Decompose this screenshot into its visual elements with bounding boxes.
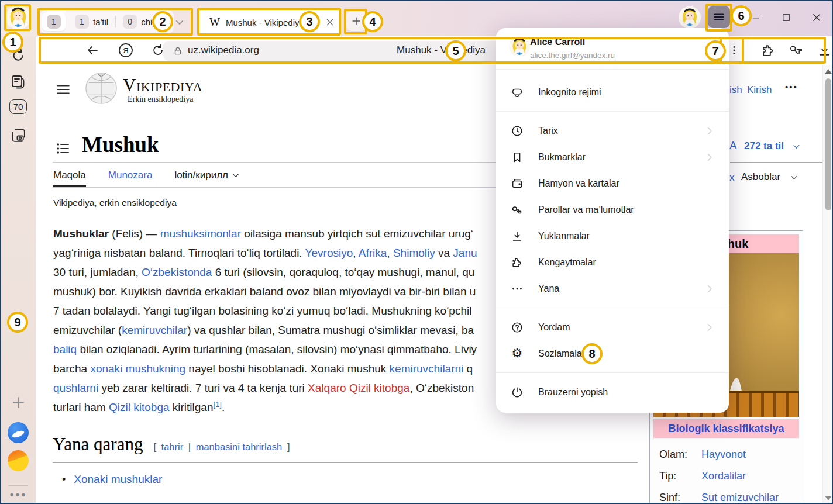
article-link[interactable]: Yevrosiyo xyxy=(305,247,353,259)
window-minimize-button[interactable] xyxy=(750,12,762,23)
menu-item-kengaytmalar[interactable]: Kengaytmalar xyxy=(496,249,729,275)
chevron-right-icon xyxy=(704,284,715,294)
clock-icon xyxy=(510,124,524,138)
section-edit-links: [ tahrir | manbasini tahrirlash ] xyxy=(153,441,290,453)
back-button[interactable] xyxy=(85,43,99,57)
classification-value-link[interactable]: Hayvonot xyxy=(701,448,746,461)
see-also-list: Xonaki mushuklar xyxy=(62,471,162,488)
article-text: . xyxy=(222,401,225,413)
menu-item-inkognito[interactable]: Inkognito rejimi xyxy=(496,79,729,105)
tools-dropdown[interactable]: Asboblar xyxy=(741,171,798,183)
article-text: (Felis) — xyxy=(109,227,160,240)
scroll-up-arrow-icon[interactable] xyxy=(825,69,832,74)
sidebar-divider xyxy=(8,485,28,486)
profile-avatar[interactable] xyxy=(6,5,30,30)
menu-item-hamyon[interactable]: Hamyon va kartalar xyxy=(496,170,729,196)
edit-link[interactable]: tahrir xyxy=(161,441,184,452)
scrollbar[interactable] xyxy=(822,65,833,504)
menu-item-tarix[interactable]: Tarix xyxy=(496,118,729,144)
article-link[interactable]: Xalqaro Qizil kitobga xyxy=(308,382,409,394)
passwords-icon[interactable] xyxy=(788,43,804,58)
site-menu-icon[interactable] xyxy=(727,43,741,57)
menu-item-yana[interactable]: Yana xyxy=(496,275,729,302)
classification-row: Tip:Xordalilar xyxy=(653,465,799,487)
article-text: 30 turi, jumladan, xyxy=(53,266,142,278)
window-close-button[interactable] xyxy=(811,12,822,23)
classification-value-link[interactable]: Sut emizuvchilar xyxy=(701,492,779,504)
scrollbar-thumb[interactable] xyxy=(825,78,831,210)
article-link[interactable]: xonaki mushukning xyxy=(90,363,185,375)
downloads-icon[interactable] xyxy=(817,43,832,58)
article-link[interactable]: mushuksimonlar xyxy=(160,227,241,240)
tabs-panel-icon[interactable] xyxy=(0,74,36,90)
article-link[interactable]: qushlarni xyxy=(53,382,98,394)
article-text: Mushuklar xyxy=(53,227,109,240)
wiki-more-menu[interactable]: ••• xyxy=(785,82,798,92)
annotation-circle-1: 1 xyxy=(2,32,23,53)
article-link[interactable]: baliq xyxy=(53,343,77,355)
scroll-down-arrow-icon[interactable] xyxy=(825,496,832,500)
article-text: nayel boshi hisoblanadi. Xonaki mushuk xyxy=(185,363,390,375)
pinned-tab-badge[interactable]: 1 xyxy=(42,12,66,31)
account-header[interactable]: Alice Carroll alice.the.girl@yandex.ru xyxy=(496,28,729,69)
article-link[interactable]: kemiruvchilar xyxy=(122,324,187,336)
menu-item-bukmarklar[interactable]: Bukmarklar xyxy=(496,144,729,170)
see-also-link[interactable]: Xonaki mushuklar xyxy=(74,471,162,488)
tools-fragment[interactable]: x xyxy=(729,172,735,184)
menu-item-yuklanmalar[interactable]: Yuklanmalar xyxy=(496,223,729,249)
yandex-search-icon[interactable]: Я xyxy=(118,43,133,58)
article-link[interactable]: Janu xyxy=(453,247,477,259)
article-link[interactable]: Shimoliy xyxy=(393,247,435,259)
incognito-mask-icon xyxy=(510,85,524,99)
window-maximize-button[interactable] xyxy=(780,12,792,23)
menu-item-yordam[interactable]: Yordam xyxy=(496,314,729,340)
wikipedia-globe-logo[interactable] xyxy=(84,71,118,106)
wiki-brand-title[interactable]: Vikipediya xyxy=(123,75,202,96)
wiki-login-link[interactable]: Kirish xyxy=(747,84,772,96)
reference-link[interactable]: [1] xyxy=(214,400,222,409)
article-link[interactable]: Afrika xyxy=(359,247,387,259)
screenshot-icon[interactable] xyxy=(0,127,36,143)
language-icon-fragment[interactable]: A xyxy=(729,139,737,152)
language-selector[interactable]: 272 ta til xyxy=(744,140,801,152)
menu-item-brauzerni-yopish[interactable]: Brauzerni yopish xyxy=(496,379,729,405)
widget-separator xyxy=(115,16,116,27)
add-panel-icon[interactable] xyxy=(0,395,36,410)
article-text: , xyxy=(353,247,359,259)
lock-icon[interactable] xyxy=(173,45,183,57)
section-divider xyxy=(53,462,638,463)
language-count-label: 272 ta til xyxy=(744,140,784,152)
yandex-mail-icon[interactable] xyxy=(0,450,36,471)
see-also-item[interactable]: Xonaki mushuklar xyxy=(62,471,162,488)
power-icon xyxy=(510,385,524,399)
annotation-circle-9: 9 xyxy=(7,312,28,333)
toc-list-icon[interactable] xyxy=(56,141,71,156)
tab-counter-badge[interactable]: 70 xyxy=(0,99,36,114)
edit-link[interactable]: manbasini tahrirlash xyxy=(196,441,283,452)
tab-group-item-tatil[interactable]: 1ta'til xyxy=(75,15,108,29)
wiki-signup-link-fragment[interactable]: ish xyxy=(729,84,742,96)
chevron-down-icon xyxy=(792,142,801,151)
wiki-tab-lotinкирилл[interactable]: lotin/кирилл xyxy=(174,170,240,181)
article-text: barcha xyxy=(53,363,90,375)
menu-item-sozlamalar[interactable]: ⚙Sozlamalar xyxy=(496,340,729,367)
sidebar-more-icon[interactable]: ●●● xyxy=(0,490,36,499)
article-link[interactable]: kemiruvchilarni xyxy=(390,363,464,375)
menu-item-label: Kengaytmalar xyxy=(538,257,596,268)
wiki-tab-Munozara[interactable]: Munozara xyxy=(108,170,153,181)
yandex-disk-icon[interactable] xyxy=(0,422,36,443)
chevron-right-icon xyxy=(704,126,715,136)
article-link[interactable]: Oʻzbekistonda xyxy=(142,266,212,278)
annotation-circle-6: 6 xyxy=(731,5,752,26)
annotation-circle-7: 7 xyxy=(705,40,726,61)
article-text: , Oʻzbekiston xyxy=(409,382,474,394)
article-link[interactable]: Qizil kitobga xyxy=(109,401,170,413)
wiki-tab-Maqola[interactable]: Maqola xyxy=(53,170,86,181)
wiki-menu-icon[interactable] xyxy=(56,82,71,97)
menu-item-parollar[interactable]: Parollar va ma’lumotlar xyxy=(496,196,729,223)
article-text: oilasiga mansub yirtqich sut emizuvchila… xyxy=(241,227,473,240)
classification-value-link[interactable]: Xordalilar xyxy=(701,470,746,482)
menu-item-label: Sozlamalar xyxy=(538,348,585,359)
count-badge: 0 xyxy=(123,15,137,29)
extensions-icon[interactable] xyxy=(760,43,776,58)
